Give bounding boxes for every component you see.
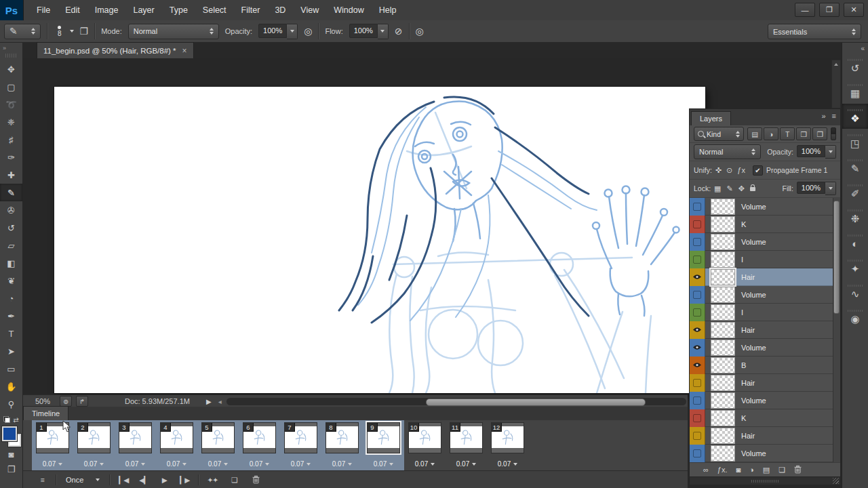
previous-frame-button[interactable]: ◀▎ xyxy=(136,473,152,487)
lock-paint-icon[interactable]: ✎ xyxy=(727,184,733,193)
healing-brush-tool[interactable]: ✚ xyxy=(0,166,22,184)
unify-position-icon[interactable]: ✜ xyxy=(715,166,722,175)
color-panel-icon[interactable]: ◉ xyxy=(842,304,868,329)
visibility-toggle[interactable] xyxy=(690,286,705,304)
layer-blend-mode-dropdown[interactable]: Normal xyxy=(694,144,761,159)
menu-item-filter[interactable]: Filter xyxy=(234,0,268,20)
new-layer-icon[interactable]: ❏ xyxy=(778,466,785,474)
layer-row-hair-4[interactable]: Hair xyxy=(690,268,840,286)
shape-tool[interactable]: ▭ xyxy=(0,360,22,378)
visibility-toggle[interactable] xyxy=(690,251,705,268)
filter-pixel-layers-icon[interactable]: ▤ xyxy=(747,127,762,140)
unify-visibility-icon[interactable]: ⊙ xyxy=(726,166,732,175)
airbrush-icon[interactable]: ⊘ xyxy=(395,26,403,37)
tools-grip[interactable] xyxy=(5,54,17,58)
layer-row-volume-0[interactable]: Volume xyxy=(690,198,840,216)
maximize-button[interactable]: ❐ xyxy=(819,3,840,17)
gradient-tool[interactable]: ◧ xyxy=(0,254,22,272)
filter-adjustment-layers-icon[interactable]: ◑ xyxy=(764,127,778,140)
zoom-tool[interactable]: ⚲ xyxy=(0,395,22,413)
scrollbar-thumb[interactable] xyxy=(833,201,840,314)
frame-delay-select[interactable]: 0.07 xyxy=(363,460,404,468)
clone-stamp-tool[interactable]: ✇ xyxy=(0,201,22,219)
frame-delay-select[interactable]: 0.07 xyxy=(404,460,446,468)
minimize-button[interactable]: — xyxy=(795,3,815,17)
filter-type-layers-icon[interactable]: T xyxy=(780,127,795,140)
visibility-toggle[interactable] xyxy=(690,233,705,251)
tools-collapse-icon[interactable]: » xyxy=(0,43,22,54)
next-frame-button[interactable]: ▎▶ xyxy=(176,473,193,487)
timeline-frame-8[interactable]: 80.07 xyxy=(321,420,363,470)
status-back-icon[interactable]: ◂ xyxy=(218,398,222,405)
marquee-tool[interactable]: ▢ xyxy=(0,78,22,96)
pressure-opacity-icon[interactable]: ◎ xyxy=(304,26,312,37)
blur-tool[interactable]: ❦ xyxy=(0,272,22,289)
export-icon[interactable]: ↱ xyxy=(76,396,88,407)
scroll-up-icon[interactable] xyxy=(834,63,838,66)
layers-resize-strip[interactable] xyxy=(690,476,840,485)
unify-style-icon[interactable]: ƒx xyxy=(737,166,745,175)
timeline-frame-5[interactable]: 50.07 xyxy=(197,420,239,470)
brush-tool[interactable]: ✎ xyxy=(0,184,22,201)
crop-tool[interactable]: ♯ xyxy=(0,131,22,148)
duplicate-frame-button[interactable]: ❏ xyxy=(226,473,242,487)
menu-item-image[interactable]: Image xyxy=(87,0,126,20)
layer-row-hair-13[interactable]: Hair xyxy=(690,427,840,445)
visibility-eye-icon[interactable] xyxy=(690,339,705,357)
menu-item-help[interactable]: Help xyxy=(372,0,404,20)
layer-row-b-9[interactable]: B xyxy=(690,357,840,374)
dodge-tool[interactable]: ◔ xyxy=(0,289,22,307)
fill-control[interactable]: 100% xyxy=(797,182,836,195)
menu-item-window[interactable]: Window xyxy=(326,0,371,20)
hand-tool[interactable]: ✋ xyxy=(0,378,22,395)
flow-dropdown-button[interactable] xyxy=(378,24,389,39)
frame-delay-select[interactable]: 0.07 xyxy=(280,460,321,468)
status-play-icon[interactable]: ▶ xyxy=(206,398,212,405)
flow-control[interactable]: 100% xyxy=(349,24,389,39)
opacity-control[interactable]: 100% xyxy=(258,24,298,39)
timeline-frame-10[interactable]: 100.07 xyxy=(404,420,446,470)
flow-value[interactable]: 100% xyxy=(349,24,378,38)
close-tab-icon[interactable]: × xyxy=(182,46,187,56)
visibility-toggle[interactable] xyxy=(690,216,705,233)
layer-row-volume-5[interactable]: Volume xyxy=(690,286,840,304)
visibility-eye-icon[interactable] xyxy=(690,357,705,374)
zoom-level-field[interactable]: 50% xyxy=(35,397,60,405)
lock-position-icon[interactable]: ✥ xyxy=(738,184,745,193)
quick-selection-tool[interactable]: ❈ xyxy=(0,113,22,131)
filter-shape-layers-icon[interactable]: ❒ xyxy=(796,127,811,140)
frame-delay-select[interactable]: 0.07 xyxy=(446,460,487,468)
menu-item-file[interactable]: File xyxy=(29,0,58,20)
layer-row-volume-8[interactable]: Volume xyxy=(690,339,840,357)
filter-smart-objects-icon[interactable]: ❐ xyxy=(812,127,827,140)
collapse-panel-icon[interactable]: » xyxy=(821,112,825,120)
visibility-toggle[interactable] xyxy=(690,374,705,392)
path-selection-tool[interactable]: ➤ xyxy=(0,342,22,360)
layer-opacity-value[interactable]: 100% xyxy=(797,145,825,157)
brush-size-picker[interactable]: 8 xyxy=(54,24,74,39)
layer-style-icon[interactable]: ƒx. xyxy=(717,466,728,474)
frame-delay-select[interactable]: 0.07 xyxy=(32,460,73,468)
filter-switch-icon[interactable] xyxy=(831,127,836,140)
visibility-toggle[interactable] xyxy=(690,392,705,409)
tool-presets-panel-icon[interactable]: ✐ xyxy=(842,179,868,204)
timeline-frame-6[interactable]: 60.07 xyxy=(239,420,280,470)
layers-panel-icon[interactable]: ❖ xyxy=(842,104,868,129)
convert-timeline-button[interactable]: ≡ xyxy=(34,473,50,487)
layer-row-i-6[interactable]: I xyxy=(690,304,840,321)
menu-item-edit[interactable]: Edit xyxy=(58,0,87,20)
eyedropper-tool[interactable]: ✑ xyxy=(0,148,22,166)
tab-layers[interactable]: Layers xyxy=(691,111,731,125)
quick-mask-button[interactable]: ◙ xyxy=(0,447,22,462)
foreground-color-swatch[interactable] xyxy=(2,426,17,441)
add-mask-icon[interactable]: ◙ xyxy=(736,466,741,474)
frame-delay-select[interactable]: 0.07 xyxy=(197,460,239,468)
menu-item-view[interactable]: View xyxy=(293,0,326,20)
play-button[interactable]: ▶ xyxy=(156,473,172,487)
dock-collapse-icon[interactable]: « xyxy=(842,43,868,54)
frame-delay-select[interactable]: 0.07 xyxy=(73,460,115,468)
delete-layer-icon[interactable] xyxy=(794,465,802,475)
fill-dropdown-button[interactable] xyxy=(825,182,836,195)
lasso-tool[interactable]: ➰ xyxy=(0,96,22,113)
visibility-eye-icon[interactable] xyxy=(690,321,705,339)
